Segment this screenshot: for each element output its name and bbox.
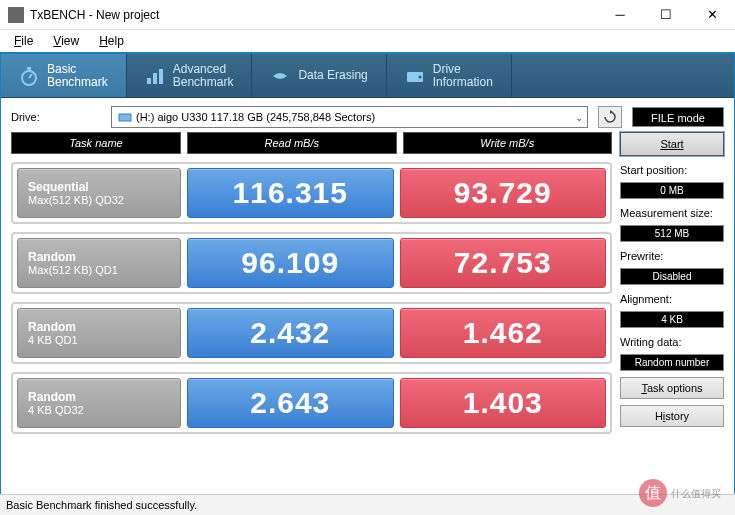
file-mode-indicator: FILE mode	[632, 107, 724, 127]
alignment-value[interactable]: 4 KB	[620, 311, 724, 328]
prewrite-label: Prewrite:	[620, 250, 724, 262]
table-row: SequentialMax(512 KB) QD32 116.315 93.72…	[11, 162, 612, 224]
window-title: TxBENCH - New project	[30, 8, 597, 22]
table-row: Random4 KB QD32 2.643 1.403	[11, 372, 612, 434]
svg-rect-5	[159, 69, 163, 84]
app-icon	[8, 7, 24, 23]
drive-selected-text: (H:) aigo U330 117.18 GB (245,758,848 Se…	[136, 111, 375, 123]
alignment-label: Alignment:	[620, 293, 724, 305]
tab-label: DriveInformation	[433, 63, 493, 89]
stopwatch-icon	[19, 66, 39, 86]
write-value: 1.462	[400, 308, 607, 358]
writing-data-value[interactable]: Random number	[620, 354, 724, 371]
prewrite-value[interactable]: Disabled	[620, 268, 724, 285]
task-name-cell: RandomMax(512 KB) QD1	[17, 238, 181, 288]
drive-icon	[405, 66, 425, 86]
tab-label: Data Erasing	[298, 69, 367, 82]
drive-row: Drive: (H:) aigo U330 117.18 GB (245,758…	[1, 98, 734, 132]
menu-file[interactable]: File	[6, 32, 41, 50]
read-value: 2.643	[187, 378, 394, 428]
measurement-size-value[interactable]: 512 MB	[620, 225, 724, 242]
read-value: 96.109	[187, 238, 394, 288]
tab-advanced-benchmark[interactable]: AdvancedBenchmark	[127, 54, 253, 97]
erase-icon	[270, 66, 290, 86]
maximize-button[interactable]: ☐	[643, 0, 689, 29]
start-button[interactable]: Start	[620, 132, 724, 156]
titlebar: TxBENCH - New project ─ ☐ ✕	[0, 0, 735, 30]
tab-drive-information[interactable]: DriveInformation	[387, 54, 512, 97]
svg-rect-8	[119, 114, 131, 121]
tab-basic-benchmark[interactable]: BasicBenchmark	[1, 54, 127, 97]
write-value: 1.403	[400, 378, 607, 428]
task-name-cell: Random4 KB QD1	[17, 308, 181, 358]
watermark: 值 什么值得买	[639, 477, 727, 509]
header-read: Read mB/s	[187, 132, 397, 154]
read-value: 116.315	[187, 168, 394, 218]
svg-rect-4	[153, 73, 157, 84]
watermark-icon: 值	[639, 479, 667, 507]
menubar: File View Help	[0, 30, 735, 52]
task-options-button[interactable]: Task options	[620, 377, 724, 399]
measurement-size-label: Measurement size:	[620, 207, 724, 219]
writing-data-label: Writing data:	[620, 336, 724, 348]
start-position-label: Start position:	[620, 164, 724, 176]
bars-icon	[145, 66, 165, 86]
menu-help[interactable]: Help	[91, 32, 132, 50]
reload-button[interactable]	[598, 106, 622, 128]
svg-line-2	[29, 74, 32, 78]
status-bar: Basic Benchmark finished successfully.	[0, 494, 735, 515]
start-position-value[interactable]: 0 MB	[620, 182, 724, 199]
task-name-cell: SequentialMax(512 KB) QD32	[17, 168, 181, 218]
table-row: Random4 KB QD1 2.432 1.462	[11, 302, 612, 364]
write-value: 93.729	[400, 168, 607, 218]
drive-label: Drive:	[11, 111, 101, 123]
write-value: 72.753	[400, 238, 607, 288]
tab-label: BasicBenchmark	[47, 63, 108, 89]
content-area: BasicBenchmark AdvancedBenchmark Data Er…	[0, 52, 735, 513]
minimize-button[interactable]: ─	[597, 0, 643, 29]
header-write: Write mB/s	[403, 132, 613, 154]
results-panel: Task name Read mB/s Write mB/s Sequentia…	[11, 132, 612, 442]
table-row: RandomMax(512 KB) QD1 96.109 72.753	[11, 232, 612, 294]
drive-disk-icon	[118, 111, 132, 123]
svg-rect-1	[27, 67, 31, 70]
read-value: 2.432	[187, 308, 394, 358]
reload-icon	[603, 110, 617, 124]
tab-label: AdvancedBenchmark	[173, 63, 234, 89]
task-name-cell: Random4 KB QD32	[17, 378, 181, 428]
close-button[interactable]: ✕	[689, 0, 735, 29]
side-panel: Start Start position: 0 MB Measurement s…	[620, 132, 724, 442]
chevron-down-icon: ⌄	[575, 112, 583, 123]
main-tabs: BasicBenchmark AdvancedBenchmark Data Er…	[1, 54, 734, 98]
header-taskname: Task name	[11, 132, 181, 154]
svg-rect-3	[147, 78, 151, 84]
drive-select[interactable]: (H:) aigo U330 117.18 GB (245,758,848 Se…	[111, 106, 588, 128]
menu-view[interactable]: View	[45, 32, 87, 50]
tab-data-erasing[interactable]: Data Erasing	[252, 54, 386, 97]
history-button[interactable]: History	[620, 405, 724, 427]
table-header: Task name Read mB/s Write mB/s	[11, 132, 612, 154]
svg-point-7	[418, 75, 421, 78]
watermark-text: 什么值得买	[671, 488, 721, 499]
